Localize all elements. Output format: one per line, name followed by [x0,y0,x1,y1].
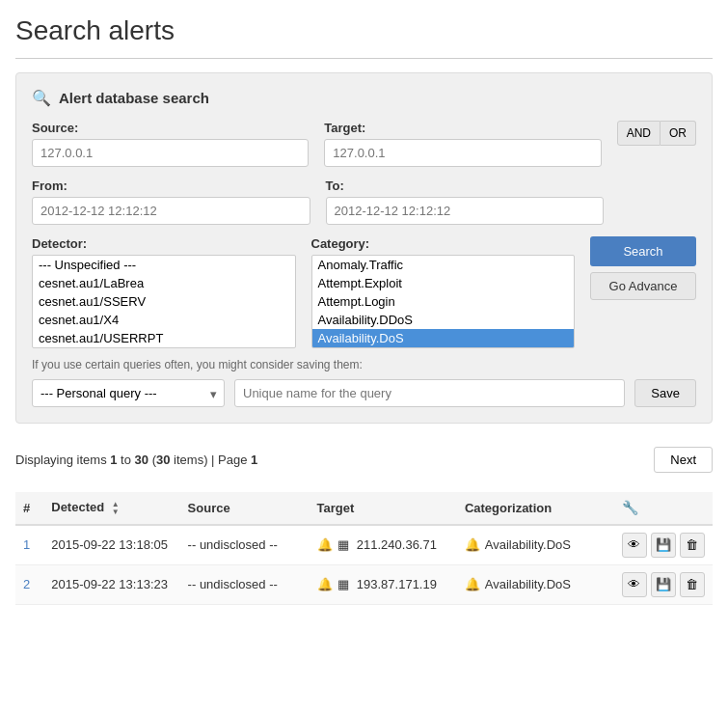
row2-source: -- undisclosed -- [180,564,310,604]
row2-cat-bell-icon: 🔔 [465,577,480,591]
action-buttons: Search Go Advance [590,236,696,302]
from-group: From: [32,178,310,225]
row2-id: 2 [15,564,43,604]
row2-view-button[interactable]: 👁 [622,572,647,597]
detector-option-sserv[interactable]: cesnet.au1/SSERV [33,292,295,311]
table-row: 1 2015-09-22 13:18:05 -- undisclosed -- … [15,525,713,565]
row1-source: -- undisclosed -- [180,525,310,565]
query-name-input[interactable] [234,379,625,407]
panel-title: 🔍 Alert database search [32,89,696,107]
detector-category-row: Detector: --- Unspecified --- cesnet.au1… [32,236,696,348]
row1-view-button[interactable]: 👁 [622,533,647,558]
title-divider [15,58,713,59]
category-option-availability-ddos[interactable]: Availability.DDoS [312,311,575,329]
personal-query-select[interactable]: --- Personal query --- [32,379,225,407]
row1-id-link[interactable]: 1 [23,537,30,552]
col-header-target: Target [310,492,457,525]
to-input[interactable] [326,197,605,225]
detector-option-labrea[interactable]: cesnet.au1/LaBrea [33,274,295,292]
next-button[interactable]: Next [654,447,713,473]
results-bar: Displaying items 1 to 30 (30 items) | Pa… [15,437,713,482]
row1-save-button[interactable]: 💾 [651,533,676,558]
row1-id: 1 [15,525,43,565]
row2-action-icons: 👁 💾 🗑 [622,572,705,597]
query-row: --- Personal query --- Save [32,379,696,407]
results-info: Displaying items 1 to 30 (30 items) | Pa… [15,453,257,467]
row2-delete-button[interactable]: 🗑 [680,572,705,597]
search-button[interactable]: Search [590,236,696,266]
row2-category: 🔔 Availability.DoS [457,564,614,604]
row1-actions: 👁 💾 🗑 [614,525,713,565]
results-table: # Detected ▲ ▼ Source Target Categorizat… [15,492,713,605]
col-header-actions: 🔧 [614,492,713,525]
save-query-button[interactable]: Save [634,379,696,407]
category-option-attempt-login[interactable]: Attempt.Login [312,292,575,311]
category-listbox[interactable]: Anomaly.Traffic Attempt.Exploit Attempt.… [311,255,576,348]
row1-detected: 2015-09-22 13:18:05 [43,525,179,565]
results-from: 1 [110,453,117,467]
detector-option-x4[interactable]: cesnet.au1/X4 [33,311,295,329]
source-label: Source: [32,121,309,135]
query-section: If you use certain queries often, you mi… [32,358,696,407]
row2-detected: 2015-09-22 13:13:23 [43,564,179,604]
row2-target: 🔔 ▦ 193.87.171.19 [310,564,457,604]
row1-action-icons: 👁 💾 🗑 [622,533,705,558]
row1-bell-icon: 🔔 [317,537,333,552]
col-header-source: Source [180,492,310,525]
category-option-anomaly-traffic[interactable]: Anomaly.Traffic [312,256,575,274]
wrench-icon: 🔧 [622,500,638,515]
to-group: To: [326,178,605,225]
detector-group: Detector: --- Unspecified --- cesnet.au1… [32,236,296,348]
results-to: 30 [135,453,148,467]
source-target-row: Source: Target: AND OR [32,121,696,167]
from-to-row: From: To: [32,178,696,225]
from-input[interactable] [32,197,310,225]
go-advance-button[interactable]: Go Advance [590,272,696,300]
panel-title-text: Alert database search [59,90,209,106]
search-icon: 🔍 [32,89,51,107]
row1-target: 🔔 ▦ 211.240.36.71 [310,525,457,565]
search-panel: 🔍 Alert database search Source: Target: … [15,72,713,424]
row1-table-icon: ▦ [337,537,349,552]
sort-desc-icon[interactable]: ▼ [112,508,120,516]
row2-id-link[interactable]: 2 [23,577,30,591]
and-or-group: AND OR [617,121,696,148]
category-group: Category: Anomaly.Traffic Attempt.Exploi… [311,236,576,348]
row2-actions: 👁 💾 🗑 [614,564,713,604]
col-header-categorization: Categorization [457,492,614,525]
detector-listbox[interactable]: --- Unspecified --- cesnet.au1/LaBrea ce… [32,255,296,348]
source-group: Source: [32,121,309,167]
category-option-availability-dos[interactable]: Availability.DoS [312,329,575,347]
detector-option-userrpt[interactable]: cesnet.au1/USERRPT [33,329,295,347]
category-option-attempt-exploit[interactable]: Attempt.Exploit [312,274,575,292]
detected-sort-icons[interactable]: ▲ ▼ [112,501,120,516]
category-label: Category: [311,236,576,251]
row2-table-icon: ▦ [337,577,349,591]
target-label: Target: [324,121,601,135]
and-button[interactable]: AND [617,121,661,146]
row1-category: 🔔 Availability.DoS [457,525,614,565]
query-hint: If you use certain queries often, you mi… [32,358,696,371]
results-page: 1 [251,453,257,467]
detector-option-unspecified[interactable]: --- Unspecified --- [33,256,295,274]
table-header-row: # Detected ▲ ▼ Source Target Categorizat… [15,492,713,525]
personal-query-wrap: --- Personal query --- [32,379,225,407]
from-label: From: [32,178,310,193]
row2-bell-icon: 🔔 [317,577,333,591]
col-header-detected: Detected ▲ ▼ [43,492,179,525]
row1-cat-bell-icon: 🔔 [465,537,480,552]
row2-save-button[interactable]: 💾 [651,572,676,597]
target-group: Target: [324,121,601,167]
to-label: To: [326,178,605,193]
page-title: Search alerts [15,15,713,46]
or-button[interactable]: OR [661,121,696,146]
detector-label: Detector: [32,236,296,251]
results-total: 30 [156,453,170,467]
col-header-hash: # [15,492,43,525]
target-input[interactable] [324,139,601,167]
table-row: 2 2015-09-22 13:13:23 -- undisclosed -- … [15,564,713,604]
row1-delete-button[interactable]: 🗑 [680,533,705,558]
table-body: 1 2015-09-22 13:18:05 -- undisclosed -- … [15,525,713,605]
source-input[interactable] [32,139,309,167]
table-header: # Detected ▲ ▼ Source Target Categorizat… [15,492,713,525]
